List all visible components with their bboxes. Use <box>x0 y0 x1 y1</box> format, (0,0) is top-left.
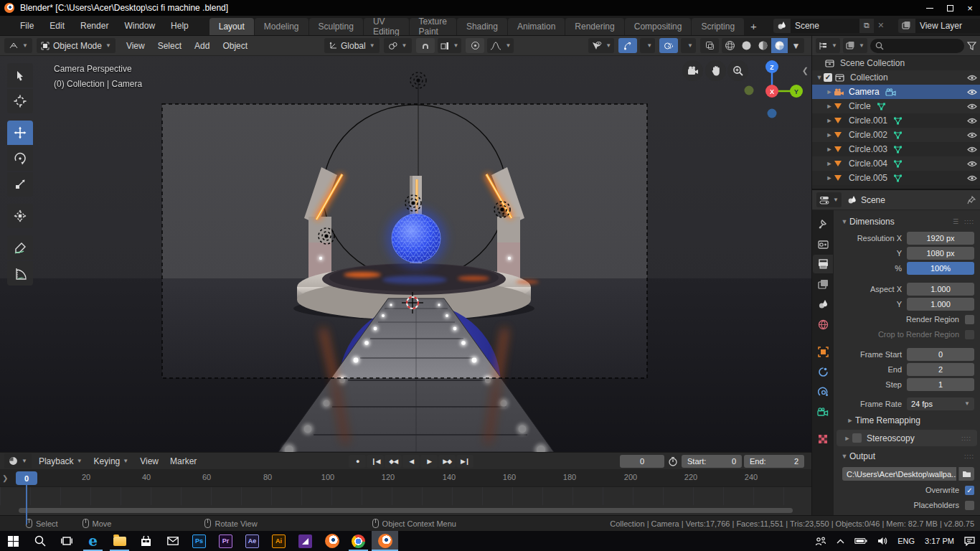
shading-rendered-button[interactable] <box>771 38 788 53</box>
tab-tool[interactable] <box>813 215 833 233</box>
pivot-point-dropdown[interactable]: ▼ <box>384 38 412 53</box>
proportional-edit-toggle[interactable] <box>466 38 484 53</box>
pin-icon[interactable] <box>967 196 976 204</box>
expand-arrow-icon[interactable]: ► <box>825 88 834 95</box>
blender-taskbar-icon[interactable] <box>319 531 345 551</box>
outliner-row-circle-002[interactable]: ► Circle.002 <box>812 128 980 142</box>
outliner-editor-type-button[interactable]: ▼ <box>816 38 840 53</box>
measure-tool[interactable] <box>7 261 33 286</box>
hide-toggle-eye-icon[interactable] <box>967 118 977 124</box>
crop-render-region-checkbox[interactable] <box>965 330 974 339</box>
preset-menu-icon[interactable]: ☰ :::: <box>953 218 974 225</box>
next-keyframe-button[interactable]: ▶◆ <box>438 455 456 468</box>
prev-keyframe-button[interactable]: ◆◀ <box>385 455 402 468</box>
stereoscopy-checkbox[interactable] <box>852 433 862 443</box>
resolution-x-field[interactable]: 1920 px <box>907 232 974 245</box>
viewport-menu-select[interactable]: Select <box>151 41 188 51</box>
clock[interactable]: 3:17 PM <box>920 531 959 551</box>
expand-arrow-icon[interactable]: ► <box>825 103 834 110</box>
output-panel-header[interactable]: ▼ Output :::: <box>834 448 980 464</box>
timeline-ruler[interactable]: ❯ 20 40 60 80 100 120 140 160 180 200 22… <box>0 470 811 487</box>
outliner-row-scene-collection[interactable]: Scene Collection <box>812 56 980 70</box>
frame-rate-dropdown[interactable]: 24 fps▼ <box>907 397 974 410</box>
frame-step-field[interactable]: 1 <box>907 378 974 391</box>
expand-arrow-icon[interactable]: ▼ <box>815 74 824 81</box>
add-workspace-button[interactable]: + <box>745 18 763 35</box>
new-scene-button[interactable]: ⧉ <box>859 19 874 33</box>
timeline-menu-playback[interactable]: Playback▼ <box>33 456 88 466</box>
transform-tool[interactable] <box>7 204 33 228</box>
pan-view-button[interactable] <box>705 60 726 81</box>
timeline-region-arrow[interactable]: ❯ <box>2 474 8 482</box>
scene-icon[interactable] <box>773 19 791 33</box>
proportional-falloff-dropdown[interactable]: ▼ <box>487 38 514 53</box>
frame-end-field[interactable]: End:2 <box>744 455 804 468</box>
frame-end-field[interactable]: 2 <box>907 363 974 376</box>
mail-icon[interactable] <box>159 531 186 551</box>
hide-toggle-eye-icon[interactable] <box>967 75 977 81</box>
tab-world[interactable] <box>813 315 833 334</box>
resolution-percent-slider[interactable]: 100% <box>907 262 974 275</box>
design-app-icon[interactable] <box>292 531 319 551</box>
tab-texture[interactable] <box>813 430 833 448</box>
outliner-row-circle-005[interactable]: ► Circle.005 <box>812 171 980 185</box>
hide-toggle-eye-icon[interactable] <box>967 103 977 110</box>
tab-render[interactable] <box>813 235 833 253</box>
tab-constraints[interactable] <box>813 362 833 381</box>
editor-type-button[interactable]: ▼ <box>4 38 32 53</box>
outliner-display-mode-button[interactable]: ▼ <box>843 38 867 53</box>
illustrator-icon[interactable]: Ai <box>265 531 292 551</box>
blender-active-icon[interactable] <box>372 531 398 551</box>
zoom-view-button[interactable] <box>727 60 748 81</box>
record-button[interactable]: ● <box>349 455 366 468</box>
frame-start-field[interactable]: Start:0 <box>682 455 742 468</box>
jump-to-end-button[interactable]: ▶❙ <box>456 455 473 468</box>
premiere-icon[interactable]: Pr <box>212 531 239 551</box>
timeline-menu-marker[interactable]: Marker <box>164 456 202 466</box>
outliner-row-circle-001[interactable]: ► Circle.001 <box>812 113 980 128</box>
viewport-menu-view[interactable]: View <box>120 41 151 51</box>
play-reverse-button[interactable]: ◀ <box>402 455 420 468</box>
timeline-tracks[interactable] <box>0 487 811 505</box>
tab-scene[interactable] <box>813 295 833 314</box>
tab-compositing[interactable]: Compositing <box>625 18 692 35</box>
dimensions-panel-header[interactable]: ▼ Dimensions ☰ :::: <box>834 213 980 230</box>
viewport-menu-object[interactable]: Object <box>216 41 254 51</box>
gizmo-axis-neg-z[interactable] <box>768 109 777 118</box>
outliner-row-circle-003[interactable]: ► Circle.003 <box>812 142 980 156</box>
menu-edit[interactable]: Edit <box>42 16 72 35</box>
properties-editor-type-button[interactable]: ▼ <box>816 192 842 207</box>
after-effects-icon[interactable]: Ae <box>239 531 265 551</box>
menu-file[interactable]: File <box>12 16 42 35</box>
placeholders-checkbox[interactable] <box>965 501 974 510</box>
overlays-dropdown[interactable]: ▼ <box>681 38 696 53</box>
resolution-y-field[interactable]: 1080 px <box>907 247 974 260</box>
start-button[interactable] <box>0 531 27 551</box>
minimize-button[interactable] <box>920 0 940 16</box>
core-sphere[interactable] <box>386 208 446 268</box>
shading-dropdown[interactable]: ▼ <box>788 38 804 53</box>
task-view-button[interactable] <box>53 531 80 551</box>
volume-icon[interactable] <box>872 531 892 551</box>
cursor-tool[interactable] <box>7 89 33 113</box>
timeline-menu-view[interactable]: View <box>134 456 164 466</box>
xray-toggle[interactable] <box>700 38 719 53</box>
tab-view-layer[interactable] <box>813 275 833 293</box>
taskbar-search-button[interactable] <box>27 531 53 551</box>
current-frame-indicator[interactable]: 0 <box>16 471 37 485</box>
frame-current-field[interactable]: 0 <box>620 455 664 468</box>
timeline-menu-keying[interactable]: Keying▼ <box>88 456 135 466</box>
sidebar-collapse-arrow[interactable]: ❮ <box>802 66 809 75</box>
overwrite-checkbox[interactable]: ✓ <box>965 486 974 495</box>
menu-window[interactable]: Window <box>116 16 163 35</box>
tab-physics[interactable] <box>813 382 833 401</box>
view-layer-name-field[interactable]: View Layer <box>915 19 980 33</box>
tab-object-data[interactable] <box>813 402 833 421</box>
overlays-toggle[interactable] <box>659 38 678 53</box>
outliner-row-circle-004[interactable]: ► Circle.004 <box>812 156 980 171</box>
snap-toggle[interactable] <box>416 38 435 53</box>
collection-checkbox[interactable]: ✓ <box>824 73 832 82</box>
tab-texture-paint[interactable]: Texture Paint <box>410 18 456 35</box>
chrome-icon[interactable] <box>345 531 372 551</box>
microsoft-store-icon[interactable] <box>133 531 159 551</box>
